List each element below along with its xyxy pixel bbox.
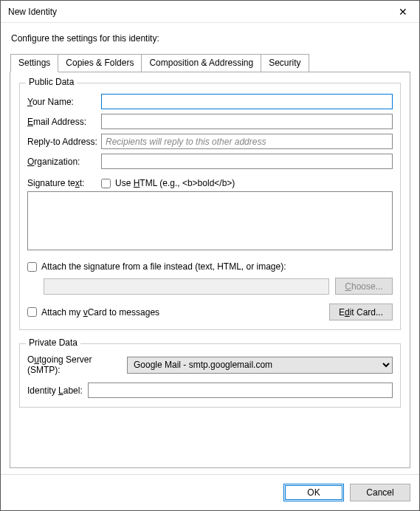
public-data-group: Public Data Your Name: Email Address: Re… (19, 83, 401, 330)
tab-security[interactable]: Security (261, 54, 309, 72)
use-html-label: Use HTML (e.g., <b>bold</b>) (115, 178, 235, 188)
identity-label-input[interactable] (88, 383, 393, 398)
your-name-label: Your Name: (27, 97, 101, 107)
ok-button[interactable]: OK (283, 484, 344, 501)
reply-to-label: Reply-to Address: (27, 137, 101, 147)
signature-text-label: Signature text: (27, 178, 101, 188)
smtp-label: Outgoing Server (SMTP): (27, 354, 127, 375)
window-title: New Identity (8, 7, 386, 17)
attach-vcard-label: Attach my vCard to messages (41, 307, 159, 318)
tab-settings[interactable]: Settings (10, 54, 58, 72)
tab-composition-addressing[interactable]: Composition & Addressing (142, 54, 261, 72)
public-data-legend: Public Data (26, 77, 77, 87)
attach-from-file-checkbox[interactable]: Attach the signature from a file instead… (27, 261, 393, 272)
attach-vcard-checkbox-input[interactable] (27, 307, 37, 317)
tab-panel-settings: Public Data Your Name: Email Address: Re… (10, 72, 410, 468)
close-button[interactable]: ✕ (386, 1, 419, 23)
attach-from-file-checkbox-input[interactable] (27, 262, 37, 272)
signature-textarea[interactable] (27, 191, 393, 250)
dialog-footer: OK Cancel (1, 474, 419, 510)
content: Configure the settings for this identity… (1, 23, 419, 474)
private-data-legend: Private Data (26, 337, 80, 348)
choose-button[interactable]: Choose... (335, 278, 393, 295)
edit-card-button[interactable]: Edit Card... (329, 303, 393, 320)
titlebar: New Identity ✕ (1, 1, 419, 23)
identity-label-label: Identity Label: (27, 385, 88, 396)
organization-input[interactable] (101, 154, 393, 169)
reply-to-input[interactable] (101, 134, 393, 149)
intro-text: Configure the settings for this identity… (11, 33, 410, 44)
email-label: Email Address: (27, 117, 101, 127)
organization-label: Organization: (27, 157, 101, 167)
smtp-select[interactable]: Google Mail - smtp.googlemail.com (127, 357, 393, 374)
attach-from-file-label: Attach the signature from a file instead… (41, 261, 286, 272)
tab-copies-folders[interactable]: Copies & Folders (58, 54, 142, 72)
your-name-input[interactable] (101, 94, 393, 109)
use-html-checkbox-input[interactable] (101, 179, 111, 188)
cancel-button[interactable]: Cancel (350, 484, 410, 501)
attach-vcard-checkbox[interactable]: Attach my vCard to messages (27, 307, 159, 318)
tab-strip: Settings Copies & Folders Composition & … (10, 54, 410, 72)
use-html-checkbox[interactable]: Use HTML (e.g., <b>bold</b>) (101, 178, 235, 188)
close-icon: ✕ (399, 6, 407, 18)
signature-file-input (44, 278, 329, 295)
email-input[interactable] (101, 114, 393, 129)
private-data-group: Private Data Outgoing Server (SMTP): Goo… (19, 343, 401, 408)
